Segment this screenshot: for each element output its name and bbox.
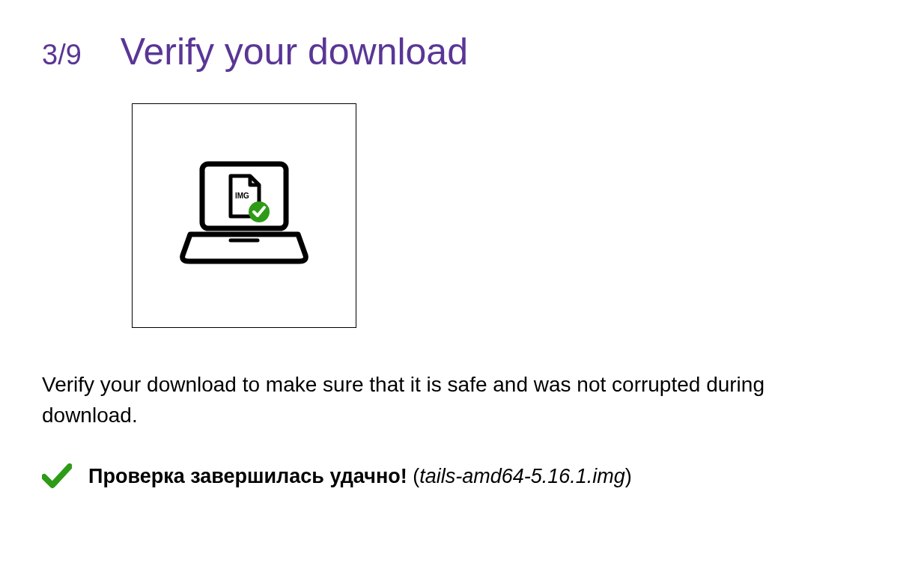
step-counter: 3/9 [42, 39, 82, 71]
verify-illustration-box: IMG [132, 103, 356, 328]
verify-description: Verify your download to make sure that i… [42, 370, 866, 430]
laptop-verify-icon: IMG [177, 159, 311, 272]
step-title: Verify your download [121, 30, 468, 73]
verification-filename: tails-amd64-5.16.1.img [419, 465, 625, 487]
verification-status-text: Проверка завершилась удачно! (tails-amd6… [88, 465, 632, 488]
verification-status: Проверка завершилась удачно! (tails-amd6… [42, 463, 882, 489]
img-file-label: IMG [235, 192, 249, 200]
step-heading: 3/9 Verify your download [42, 30, 882, 73]
verification-success-label: Проверка завершилась удачно! [88, 465, 407, 487]
success-check-icon [42, 463, 72, 489]
verification-filename-wrapper: (tails-amd64-5.16.1.img) [413, 465, 632, 487]
